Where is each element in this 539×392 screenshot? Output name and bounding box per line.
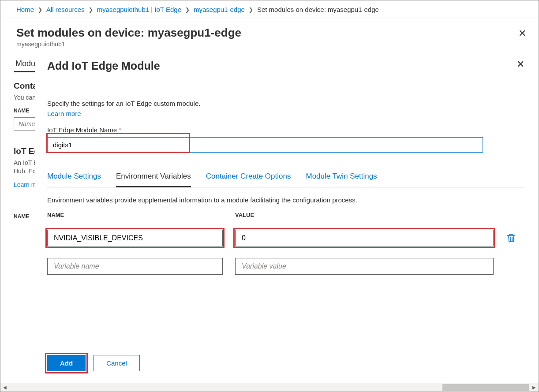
tab-container-create-options[interactable]: Container Create Options (206, 168, 291, 187)
module-name-label: IoT Edge Module Name * (47, 126, 524, 134)
required-asterisk: * (119, 126, 121, 134)
tab-module-twin-settings[interactable]: Module Twin Settings (306, 168, 377, 187)
page-subtitle: myasegpuiothub1 (16, 41, 525, 48)
panel-description: Specify the settings for an IoT Edge cus… (47, 100, 524, 107)
scroll-left-icon[interactable]: ◀ (1, 384, 8, 391)
chevron-right-icon: ❯ (185, 7, 190, 13)
close-icon[interactable]: ✕ (517, 59, 524, 70)
scroll-right-icon[interactable]: ▶ (531, 384, 538, 391)
env-vars-description: Environment variables provide supplement… (47, 196, 524, 204)
breadcrumb: Home ❯ All resources ❯ myasegpuiothub1 |… (0, 0, 539, 18)
env-name-input[interactable] (47, 230, 223, 246)
env-vars-table: NAME VALUE (47, 212, 524, 275)
panel-title: Add IoT Edge Module (47, 60, 524, 72)
learn-more-link[interactable]: Learn more (47, 110, 81, 117)
add-button[interactable]: Add (47, 355, 86, 371)
breadcrumb-all-resources[interactable]: All resources (46, 6, 85, 13)
chevron-right-icon: ❯ (38, 7, 42, 13)
delete-icon[interactable] (506, 233, 517, 243)
tab-module-settings[interactable]: Module Settings (47, 168, 101, 187)
cancel-button[interactable]: Cancel (94, 355, 140, 371)
tab-environment-variables[interactable]: Environment Variables (116, 168, 191, 187)
env-value-input[interactable] (235, 230, 494, 246)
breadcrumb-home[interactable]: Home (16, 6, 34, 13)
panel-tabs: Module Settings Environment Variables Co… (47, 168, 524, 187)
module-name-input[interactable] (47, 137, 483, 153)
breadcrumb-current: Set modules on device: myasegpu1-edge (257, 6, 379, 13)
breadcrumb-iot-hub[interactable]: myasegpuiothub1 | IoT Edge (97, 6, 181, 13)
scroll-thumb[interactable] (442, 384, 529, 391)
chevron-right-icon: ❯ (89, 7, 93, 13)
env-name-input-new[interactable] (47, 258, 223, 275)
breadcrumb-device[interactable]: myasegpu1-edge (194, 6, 245, 13)
env-value-header: VALUE (235, 212, 494, 218)
panel-footer: Add Cancel (47, 355, 140, 371)
env-name-header: NAME (47, 212, 223, 218)
add-module-panel: ✕ Add IoT Edge Module Specify the settin… (35, 48, 537, 382)
chevron-right-icon: ❯ (249, 7, 253, 13)
page-header: Set modules on device: myasegpu1-edge my… (0, 18, 539, 52)
horizontal-scrollbar[interactable]: ◀ ▶ (0, 383, 539, 392)
close-icon[interactable]: ✕ (518, 28, 526, 39)
page-title: Set modules on device: myasegpu1-edge (16, 26, 525, 40)
env-value-input-new[interactable] (235, 258, 494, 275)
